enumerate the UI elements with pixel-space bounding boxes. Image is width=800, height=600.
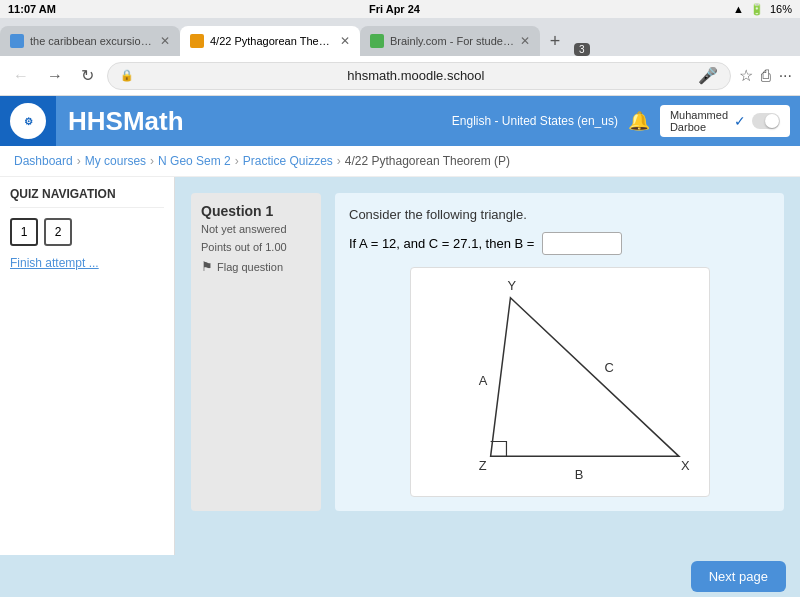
side-b: B: [574, 467, 583, 482]
answer-prompt: If A = 12, and C = 27.1, then B =: [349, 236, 534, 251]
flag-label: Flag question: [217, 261, 283, 273]
breadcrumb-quizzes[interactable]: Practice Quizzes: [243, 154, 333, 168]
status-right: ▲ 🔋 16%: [733, 3, 792, 16]
vertex-z: Z: [478, 458, 486, 473]
quiz-nav-items: 1 2: [10, 218, 164, 246]
question-points: Points out of 1.00: [201, 241, 311, 253]
logo-box: ⚙: [0, 96, 56, 146]
user-info: Muhammed Darboe: [670, 109, 728, 133]
breadcrumb: Dashboard › My courses › N Geo Sem 2 › P…: [0, 146, 800, 177]
tab-brainly[interactable]: Brainly.com - For student... ✕: [360, 26, 540, 56]
forward-button[interactable]: →: [42, 65, 68, 87]
header-right: English - United States (en_us) 🔔 Muhamm…: [452, 105, 800, 137]
vertex-x: X: [680, 458, 689, 473]
user-name-first: Muhammed: [670, 109, 728, 121]
breadcrumb-ngeo[interactable]: N Geo Sem 2: [158, 154, 231, 168]
logo-text: ⚙: [24, 116, 33, 127]
finish-attempt-link[interactable]: Finish attempt ...: [10, 256, 164, 270]
battery-level: 16%: [770, 3, 792, 15]
question-meta: Question 1 Not yet answered Points out o…: [191, 193, 321, 511]
question-block: Question 1 Not yet answered Points out o…: [191, 193, 784, 511]
tab-favicon-1: [10, 34, 24, 48]
tab-favicon-2: [190, 34, 204, 48]
breadcrumb-sep-3: ›: [235, 154, 239, 168]
breadcrumb-sep-2: ›: [150, 154, 154, 168]
site-header: ⚙ HHSMath English - United States (en_us…: [0, 96, 800, 146]
toggle-knob: [765, 114, 779, 128]
main-layout: QUIZ NAVIGATION 1 2 Finish attempt ... Q…: [0, 177, 800, 555]
content-area: Question 1 Not yet answered Points out o…: [175, 177, 800, 555]
question-status: Not yet answered: [201, 223, 311, 235]
question-content: Consider the following triangle. If A = …: [335, 193, 784, 511]
new-tab-button[interactable]: +: [540, 26, 570, 56]
status-time: 11:07 AM: [8, 3, 56, 15]
sidebar-title: QUIZ NAVIGATION: [10, 187, 164, 208]
tab-close-3[interactable]: ✕: [520, 34, 530, 48]
flag-icon: ⚑: [201, 259, 213, 274]
page-footer: Next page: [0, 555, 800, 597]
svg-marker-0: [490, 298, 678, 457]
tab-title-1: the caribbean excursion p...: [30, 35, 154, 47]
breadcrumb-sep-4: ›: [337, 154, 341, 168]
tab-favicon-3: [370, 34, 384, 48]
answer-row: If A = 12, and C = 27.1, then B =: [349, 232, 770, 255]
microphone-icon: 🎤: [698, 66, 718, 85]
triangle-figure: Y Z X A B C: [410, 267, 710, 497]
triangle-svg: Y Z X A B C: [411, 268, 709, 496]
side-c: C: [604, 360, 613, 375]
page-content: ⚙ HHSMath English - United States (en_us…: [0, 96, 800, 600]
lock-icon: 🔒: [120, 69, 134, 82]
user-check-icon: ✓: [734, 113, 746, 129]
tab-caribbean[interactable]: the caribbean excursion p... ✕: [0, 26, 180, 56]
flag-question-button[interactable]: ⚑ Flag question: [201, 259, 311, 274]
breadcrumb-sep-1: ›: [77, 154, 81, 168]
address-bar[interactable]: 🔒 hhsmath.moodle.school 🎤: [107, 62, 731, 90]
tab-close-1[interactable]: ✕: [160, 34, 170, 48]
status-day: Fri Apr 24: [369, 3, 420, 15]
question-text: Consider the following triangle.: [349, 207, 770, 222]
url-text: hhsmath.moodle.school: [140, 68, 692, 83]
quiz-navigation-sidebar: QUIZ NAVIGATION 1 2 Finish attempt ...: [0, 177, 175, 555]
quiz-nav-item-1[interactable]: 1: [10, 218, 38, 246]
breadcrumb-current: 4/22 Pythagorean Theorem (P): [345, 154, 510, 168]
user-toggle[interactable]: [752, 113, 780, 129]
share-button[interactable]: ⎙: [761, 67, 771, 85]
tab-pythagorean[interactable]: 4/22 Pythagorean Theore... ✕: [180, 26, 360, 56]
question-number: Question 1: [201, 203, 311, 219]
breadcrumb-dashboard[interactable]: Dashboard: [14, 154, 73, 168]
tabs-row: the caribbean excursion p... ✕ 4/22 Pyth…: [0, 18, 800, 56]
answer-input[interactable]: [542, 232, 622, 255]
quiz-nav-item-2[interactable]: 2: [44, 218, 72, 246]
tab-close-2[interactable]: ✕: [340, 34, 350, 48]
navigation-bar: ← → ↻ 🔒 hhsmath.moodle.school 🎤 ☆ ⎙ ···: [0, 56, 800, 96]
user-menu[interactable]: Muhammed Darboe ✓: [660, 105, 790, 137]
more-button[interactable]: ···: [779, 67, 792, 85]
tab-count-badge: 3: [574, 43, 590, 56]
breadcrumb-mycourses[interactable]: My courses: [85, 154, 146, 168]
back-button[interactable]: ←: [8, 65, 34, 87]
side-a: A: [478, 373, 487, 388]
next-page-button[interactable]: Next page: [691, 561, 786, 592]
bookmark-button[interactable]: ☆: [739, 66, 753, 85]
wifi-icon: ▲: [733, 3, 744, 15]
tab-title-3: Brainly.com - For student...: [390, 35, 514, 47]
address-actions: ☆ ⎙ ···: [739, 66, 792, 85]
tab-title-2: 4/22 Pythagorean Theore...: [210, 35, 334, 47]
notifications-bell[interactable]: 🔔: [628, 110, 650, 132]
language-selector[interactable]: English - United States (en_us): [452, 114, 618, 128]
site-title: HHSMath: [56, 106, 452, 137]
vertex-y: Y: [507, 278, 516, 293]
battery-icon: 🔋: [750, 3, 764, 16]
logo-image: ⚙: [10, 103, 46, 139]
reload-button[interactable]: ↻: [76, 64, 99, 87]
user-name-last: Darboe: [670, 121, 728, 133]
status-bar: 11:07 AM Fri Apr 24 ▲ 🔋 16%: [0, 0, 800, 18]
